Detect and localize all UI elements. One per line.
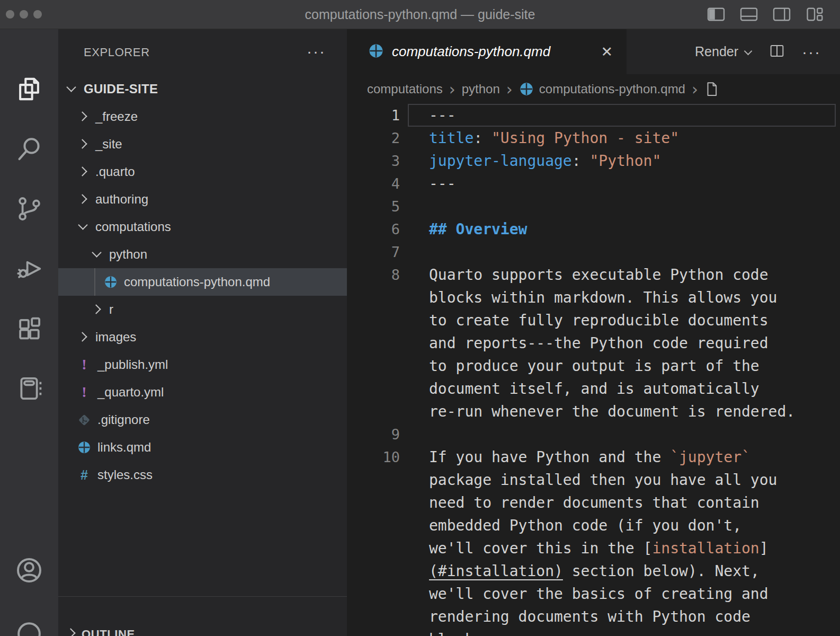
breadcrumb-separator-icon: › [692,80,698,99]
line-number: 4 [347,175,400,192]
close-tab-icon[interactable]: ✕ [601,43,613,60]
editor-more-actions-icon[interactable]: ··· [802,43,821,61]
zoom-window-button[interactable] [33,10,42,19]
tree-item-python[interactable]: python [58,241,347,268]
code-line[interactable]: rendering documents with Python code [347,605,840,628]
code-line[interactable]: need to render documents that contain [347,491,840,514]
tree-item-label: authoring [95,192,148,207]
breadcrumb-label: python [462,82,500,96]
code-text: package installed then you have all you [429,471,777,489]
breadcrumb-computations-python-qmd[interactable]: computations-python.qmd [519,82,685,96]
activity-run-debug[interactable] [13,254,45,286]
code-line[interactable]: re-run whenever the document is rendered… [347,400,840,423]
tree-item-freeze[interactable]: _freeze [58,103,347,130]
tree-item-authoring[interactable]: authoring [58,186,347,213]
breadcrumb-symbol[interactable] [704,81,719,97]
code-line[interactable]: 7 [347,241,840,263]
code-text: title: "Using Python - site" [429,129,679,147]
activity-account[interactable] [14,555,44,587]
code-text: jupyter-language: "Python" [429,152,661,170]
code-line[interactable]: 10If you have Python and the `jupyter` [347,446,840,469]
tree-item-quarto-yml[interactable]: !_quarto.yml [58,378,347,406]
code-text: to create fully reproducible documents [429,312,768,329]
code-line[interactable]: 1--- [347,104,840,127]
code-line[interactable]: to produce your output is part of the [347,355,840,377]
current-line-highlight [408,104,836,127]
split-editor-icon[interactable] [767,42,787,61]
code-line[interactable]: blocks. [347,628,840,636]
tree-item-publish-yml[interactable]: !_publish.yml [58,351,347,378]
activity-explorer[interactable] [13,74,45,106]
chevron-right-icon [77,166,89,178]
indent-guide [94,268,95,296]
code-text: (#installation) section below). Next, [429,562,759,580]
render-button[interactable]: Render [695,44,752,59]
tree-item-links-qmd[interactable]: links.qmd [58,434,347,461]
traffic-lights [6,10,42,19]
breadcrumb-python[interactable]: python [462,82,500,96]
chevron-right-icon [66,628,77,636]
code-line[interactable]: we'll cover the basics of creating and [347,582,840,605]
quarto-icon [519,82,534,96]
code-text: document itself, and is automatically [429,380,759,398]
code-text: blocks. [429,631,492,636]
minimize-window-button[interactable] [20,10,28,19]
tab-title: computations-python.qmd [392,43,550,60]
code-line[interactable]: we'll cover this in the [installation] [347,537,840,560]
toggle-panel-icon[interactable] [739,6,758,22]
explorer-sidebar: EXPLORER ··· GUIDE-SITE_freeze_site.quar… [58,29,347,636]
code-line[interactable]: to create fully reproducible documents [347,309,840,332]
code-text: Quarto supports executable Python code [429,266,768,284]
activity-search[interactable] [13,134,45,166]
breadcrumb-computations[interactable]: computations [367,82,443,96]
tree-item-computations[interactable]: computations [58,213,347,241]
code-line[interactable]: and reports---the Python code required [347,332,840,355]
tree-item-guide-site[interactable]: GUIDE-SITE [58,75,347,103]
activity-bar [0,29,58,636]
code-line[interactable]: blocks within markdown. This allows you [347,286,840,309]
gear-icon[interactable] [0,619,58,636]
code-line[interactable]: embedded Python code (if you don't, [347,514,840,537]
activity-source-control[interactable] [13,194,45,226]
tree-item-styles-css[interactable]: #styles.css [58,461,347,489]
code-line[interactable]: 8Quarto supports executable Python code [347,263,840,286]
customize-layout-icon[interactable] [805,6,824,22]
activity-extensions[interactable] [13,314,45,346]
tree-item-label: GUIDE-SITE [84,82,158,96]
explorer-more-actions-icon[interactable]: ··· [307,46,326,57]
toggle-sidebar-icon[interactable] [707,6,726,22]
code-line[interactable]: 6## Overview [347,218,840,241]
code-line[interactable]: 5 [347,195,840,218]
code-text: re-run whenever the document is rendered… [429,403,795,420]
run-debug-icon [15,254,43,285]
yaml-file-icon: ! [77,385,91,399]
code-line[interactable]: package installed then you have all you [347,469,840,491]
code-line[interactable]: document itself, and is automatically [347,377,840,400]
tree-item-site[interactable]: _site [58,130,347,158]
chevron-right-icon [91,304,103,315]
code-line[interactable]: 4--- [347,172,840,195]
code-line[interactable]: 9 [347,423,840,446]
tab-computations-python[interactable]: computations-python.qmd ✕ [347,29,627,74]
code-line[interactable]: (#installation) section below). Next, [347,560,840,582]
tree-item-label: .gitignore [97,412,150,427]
code-text: embedded Python code (if you don't, [429,517,741,534]
line-number: 9 [347,426,400,443]
tree-item-quarto[interactable]: .quarto [58,158,347,186]
layout-controls [707,6,824,22]
tree-item-label: computations-python.qmd [124,275,270,289]
tree-item-label: r [109,302,113,317]
code-line[interactable]: 2title: "Using Python - site" [347,127,840,149]
tree-item-computations-python-qmd[interactable]: computations-python.qmd [58,268,347,296]
toggle-secondary-sidebar-icon[interactable] [772,6,791,22]
tree-item-gitignore[interactable]: .gitignore [58,406,347,434]
title-bar: computations-python.qmd — guide-site [0,0,840,29]
code-text: need to render documents that contain [429,494,759,511]
editor-group: computations-python.qmd ✕ Render ··· com… [347,29,840,636]
tree-item-images[interactable]: images [58,323,347,351]
outline-section[interactable]: OUTLINE [58,596,347,636]
tree-item-r[interactable]: r [58,296,347,323]
activity-notebook[interactable] [13,374,45,405]
code-line[interactable]: 3jupyter-language: "Python" [347,149,840,172]
close-window-button[interactable] [6,10,14,19]
